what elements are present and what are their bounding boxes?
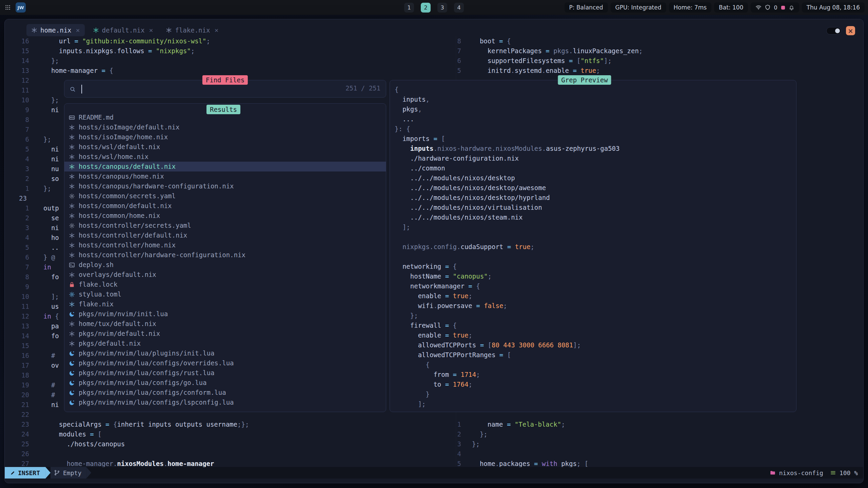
file-result[interactable]: pkgs/nvim/nvim/lua/configs/go.lua — [64, 378, 386, 388]
shell-icon — [68, 262, 75, 268]
preview-line — [395, 252, 794, 262]
file-result[interactable]: hosts/common/secrets.yaml — [64, 191, 386, 201]
telescope-results: README.mdhosts/isoImage/default.nixhosts… — [64, 103, 386, 412]
file-name: README.md — [79, 113, 114, 122]
file-result[interactable]: hosts/common/home.nix — [64, 211, 386, 221]
search-icon — [70, 86, 76, 92]
file-result[interactable]: pkgs/nvim/nvim/lua/configs/conform.lua — [64, 388, 386, 398]
code-line[interactable]: 1 name = "Tela-black"; — [5, 420, 863, 429]
code-text: se — [43, 213, 59, 223]
file-name: flake.lock — [79, 280, 117, 289]
code-line[interactable]: 8 boot = { — [5, 36, 863, 46]
file-name: hosts/isoImage/home.nix — [79, 132, 168, 142]
preview-line: ../common — [395, 163, 794, 173]
module-ping[interactable]: Home: 7ms — [669, 2, 712, 13]
file-result[interactable]: pkgs/nvim/nvim/lua/configs/overrides.lua — [64, 358, 386, 368]
file-result[interactable]: pkgs/nvim/nvim/lua/plugins/init.lua — [64, 348, 386, 358]
code-text: ni — [43, 223, 59, 233]
line-number: 5 — [12, 243, 29, 252]
wifi-icon[interactable] — [755, 4, 762, 11]
results-title: Results — [206, 105, 240, 114]
file-name: hosts/common/default.nix — [79, 201, 172, 211]
shield-icon[interactable] — [765, 4, 771, 11]
apps-grid-icon[interactable] — [5, 4, 11, 11]
line-number: 3 — [443, 439, 461, 449]
code-line[interactable]: 4 — [5, 449, 863, 459]
file-result[interactable]: hosts/canopus/hardware-configuration.nix — [64, 181, 386, 191]
workspace-4[interactable]: 4 — [454, 3, 464, 13]
code-text: in { — [43, 311, 59, 321]
module-gpu[interactable]: GPU: Integrated — [611, 2, 666, 13]
code-text: kernelPackages = pkgs.linuxPackages_zen; — [472, 46, 643, 56]
line-number: 20 — [12, 390, 29, 400]
nix-icon — [68, 232, 75, 239]
module-battery[interactable]: Bat: 100 — [714, 2, 748, 13]
file-result[interactable]: hosts/isoImage/default.nix — [64, 122, 386, 132]
file-result[interactable]: stylua.toml — [64, 289, 386, 299]
file-result[interactable]: hosts/controller/secrets.yaml — [64, 221, 386, 230]
app-logo[interactable]: JW — [16, 2, 26, 13]
file-result[interactable]: hosts/common/default.nix — [64, 201, 386, 211]
code-line[interactable]: 5 initrd.systemd.enable = true; — [5, 66, 863, 76]
line-number: 6 — [12, 135, 29, 144]
line-number: 14 — [12, 331, 29, 341]
bell-icon[interactable] — [789, 5, 794, 11]
file-result[interactable]: hosts/isoImage/home.nix — [64, 132, 386, 142]
lua-icon — [68, 370, 75, 376]
workspace-3[interactable]: 3 — [437, 3, 447, 13]
code-line[interactable]: 7 kernelPackages = pkgs.linuxPackages_ze… — [5, 46, 863, 56]
system-tray: 0 — [751, 2, 799, 13]
preview-line: inputs, — [395, 95, 794, 104]
file-result[interactable]: deploy.sh — [64, 260, 386, 270]
file-result[interactable]: pkgs/default.nix — [64, 339, 386, 348]
file-result[interactable]: hosts/controller/home.nix — [64, 240, 386, 250]
file-result[interactable]: flake.nix — [64, 299, 386, 309]
git-branch[interactable]: Empty — [51, 467, 86, 479]
file-name: pkgs/nvim/nvim/lua/configs/rust.lua — [79, 368, 214, 378]
file-result[interactable]: flake.lock — [64, 280, 386, 289]
clock-module[interactable]: Thu Aug 08, 18:16 — [802, 2, 865, 13]
file-result[interactable]: overlays/default.nix — [64, 270, 386, 280]
code-line[interactable]: 2 }; — [5, 429, 863, 439]
file-result[interactable]: hosts/wsl/default.nix — [64, 142, 386, 152]
nix-icon — [68, 213, 75, 219]
record-icon[interactable] — [781, 5, 786, 10]
code-text: boot = { — [472, 36, 511, 46]
line-number: 1 — [12, 184, 29, 194]
file-result[interactable]: hosts/controller/default.nix — [64, 230, 386, 240]
code-line[interactable]: 6 supportedFilesystems = ["ntfs"]; — [5, 56, 863, 66]
powerline-separator — [86, 467, 91, 479]
file-result[interactable]: pkgs/nvim/default.nix — [64, 329, 386, 339]
preview-line: wifi.powersave = false; — [395, 301, 794, 311]
nix-icon — [68, 252, 75, 258]
preview-line: }: { — [395, 124, 794, 134]
code-text: initrd.systemd.enable = true; — [472, 66, 600, 76]
preview-line: nixpkgs.config.cudaSupport = true; — [395, 242, 794, 252]
file-result[interactable]: home/tux/default.nix — [64, 319, 386, 329]
code-line[interactable]: 3}; — [5, 439, 863, 449]
markdown-icon — [68, 115, 75, 121]
file-result[interactable]: hosts/canopus/home.nix — [64, 171, 386, 181]
gear-icon — [68, 193, 75, 199]
preview-line: ... — [395, 114, 794, 124]
file-result[interactable]: pkgs/nvim/nvim/init.lua — [64, 309, 386, 319]
file-name: deploy.sh — [79, 260, 114, 270]
file-result[interactable]: hosts/wsl/home.nix — [64, 152, 386, 162]
module-power-profile[interactable]: P: Balanced — [565, 2, 608, 13]
workspace-2[interactable]: 2 — [421, 3, 431, 13]
file-result[interactable]: hosts/canopus/default.nix — [64, 162, 386, 171]
file-result[interactable]: hosts/controller/hardware-configuration.… — [64, 250, 386, 260]
preview-line: ../../modules/nixos/desktop/awesome — [395, 183, 794, 193]
preview-line: networking = { — [395, 262, 794, 271]
file-result[interactable]: pkgs/nvim/nvim/lua/configs/lspconfig.lua — [64, 398, 386, 407]
line-number: 4 — [12, 154, 29, 164]
line-number: 12 — [12, 311, 29, 321]
file-name: hosts/canopus/default.nix — [79, 162, 176, 171]
preview-line: hostName = "canopus"; — [395, 271, 794, 281]
line-number: 2 — [12, 213, 29, 223]
editor-area: 16 url = "github:nix-community/nixos-wsl… — [5, 19, 863, 483]
line-number: 13 — [12, 321, 29, 331]
file-result[interactable]: pkgs/nvim/nvim/lua/configs/rust.lua — [64, 368, 386, 378]
workspace-1[interactable]: 1 — [404, 3, 414, 13]
preview-line: ]; — [395, 222, 794, 232]
